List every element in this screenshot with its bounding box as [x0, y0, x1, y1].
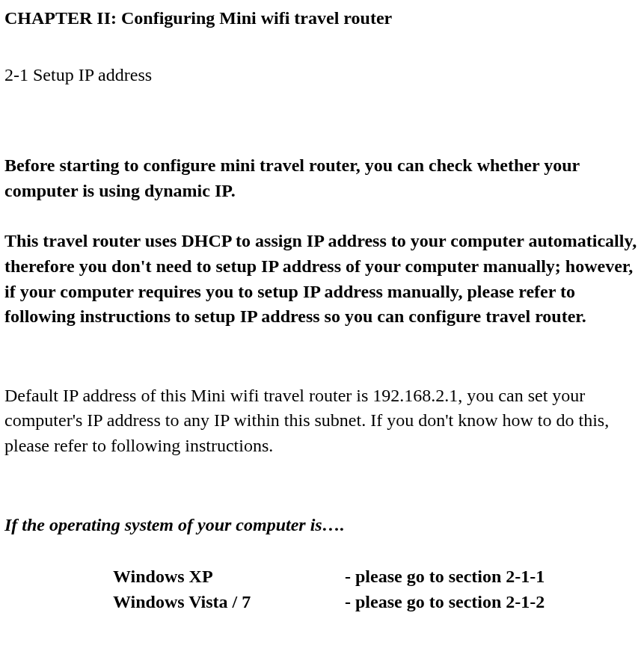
os-ref: - please go to section 2-1-1 — [345, 564, 640, 590]
paragraph-intro-2: This travel router uses DHCP to assign I… — [4, 229, 640, 329]
paragraph-intro-1: Before starting to configure mini travel… — [4, 153, 640, 203]
os-ref: - please go to section 2-1-2 — [345, 590, 640, 615]
os-row: Windows Vista / 7 - please go to section… — [113, 590, 640, 615]
os-name: Windows Vista / 7 — [113, 590, 345, 615]
os-table: Windows XP - please go to section 2-1-1 … — [4, 564, 640, 614]
section-title: 2-1 Setup IP address — [4, 63, 640, 88]
os-heading: If the operating system of your computer… — [4, 513, 640, 538]
chapter-title: CHAPTER II: Configuring Mini wifi travel… — [4, 6, 640, 31]
os-name: Windows XP — [113, 564, 345, 590]
os-row: Windows XP - please go to section 2-1-1 — [113, 564, 640, 590]
paragraph-default-ip: Default IP address of this Mini wifi tra… — [4, 383, 640, 459]
